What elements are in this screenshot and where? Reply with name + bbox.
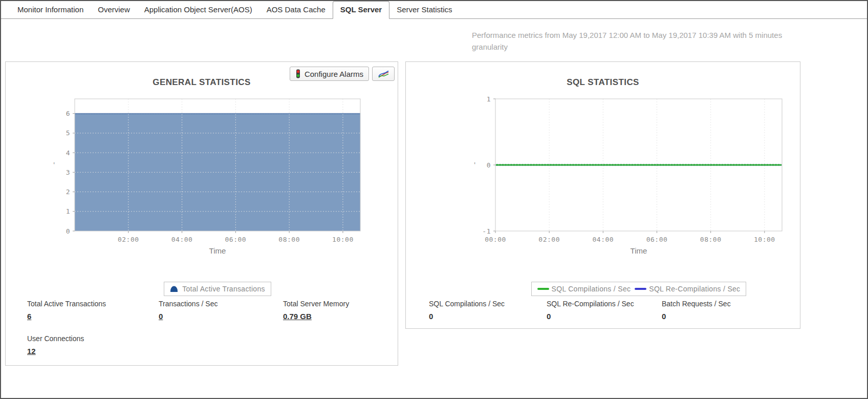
svg-text:04:00: 04:00 xyxy=(593,236,614,243)
legend-label: SQL Compilations / Sec xyxy=(552,285,631,293)
tab-overview[interactable]: Overview xyxy=(91,1,137,18)
area-swatch-icon xyxy=(170,285,178,292)
sql-server-dashboard: Monitor Information Overview Application… xyxy=(0,0,868,399)
svg-text:08:00: 08:00 xyxy=(278,236,300,243)
svg-text:02:00: 02:00 xyxy=(118,236,139,243)
legend-entry-sql-recompilations: SQL Re-Compilations / Sec xyxy=(635,285,740,293)
svg-text:3: 3 xyxy=(66,169,70,176)
stat-value-link[interactable]: 6 xyxy=(27,312,31,321)
stat-label: SQL Re-Compilations / Sec xyxy=(547,300,662,308)
stat-value-link[interactable]: 0.79 GB xyxy=(283,312,312,321)
sql-statistics-values: SQL Compilations / Sec 0 SQL Re-Compilat… xyxy=(429,300,790,321)
svg-text:02:00: 02:00 xyxy=(538,236,560,243)
stat-label: Batch Requests / Sec xyxy=(662,300,790,308)
general-statistics-chart: 012345602:0004:0006:0008:0010:00Time' xyxy=(16,92,384,268)
svg-text:1: 1 xyxy=(66,207,70,215)
stat-value: 0 xyxy=(547,312,551,321)
svg-text:06:00: 06:00 xyxy=(646,236,668,243)
svg-text:00:00: 00:00 xyxy=(485,236,506,243)
svg-text:Time: Time xyxy=(209,246,226,255)
tab-monitor-information[interactable]: Monitor Information xyxy=(10,1,91,18)
green-line-swatch-icon xyxy=(537,288,549,290)
svg-text:08:00: 08:00 xyxy=(700,236,722,243)
svg-text:4: 4 xyxy=(66,149,70,157)
svg-text:-1: -1 xyxy=(482,227,491,235)
stat-label: User Connections xyxy=(27,334,159,343)
general-statistics-panel: Configure Alarms GENERAL STATISTICS 0123… xyxy=(5,61,398,366)
traffic-light-icon xyxy=(295,69,301,78)
stat-value-link[interactable]: 12 xyxy=(27,347,36,355)
stat-sql-recompilations: SQL Re-Compilations / Sec 0 xyxy=(547,300,662,321)
tab-server-statistics[interactable]: Server Statistics xyxy=(389,1,459,18)
stat-total-active-transactions: Total Active Transactions 6 xyxy=(27,300,159,321)
stat-value-link[interactable]: 0 xyxy=(159,312,163,321)
svg-text:10:00: 10:00 xyxy=(332,236,354,243)
legend-label: Total Active Transactions xyxy=(182,285,265,293)
tab-bar: Monitor Information Overview Application… xyxy=(1,1,867,19)
svg-text:5: 5 xyxy=(66,129,70,137)
stat-value: 0 xyxy=(429,312,433,321)
stat-label: Total Active Transactions xyxy=(27,300,159,308)
svg-text:2: 2 xyxy=(66,188,70,196)
tab-sql-server[interactable]: SQL Server xyxy=(333,1,389,19)
svg-text:10:00: 10:00 xyxy=(754,236,775,243)
svg-text:Time: Time xyxy=(631,246,647,255)
sql-statistics-panel: SQL STATISTICS 10-100:0002:0004:0006:000… xyxy=(405,61,800,329)
stat-batch-requests: Batch Requests / Sec 0 xyxy=(662,300,790,321)
svg-text:': ' xyxy=(473,161,477,169)
chart-toolbar: Configure Alarms xyxy=(290,67,395,81)
stat-label: Total Server Memory xyxy=(283,300,387,308)
general-statistics-values: Total Active Transactions 6 Transactions… xyxy=(27,300,387,356)
svg-text:04:00: 04:00 xyxy=(171,236,193,243)
svg-text:6: 6 xyxy=(66,110,70,117)
tab-application-object-server[interactable]: Application Object Server(AOS) xyxy=(137,1,259,18)
line-chart-icon xyxy=(378,70,389,78)
legend-entry-sql-compilations: SQL Compilations / Sec xyxy=(537,285,631,293)
stat-value: 0 xyxy=(662,312,666,321)
stat-total-server-memory: Total Server Memory 0.79 GB xyxy=(283,300,387,321)
stat-transactions-per-sec: Transactions / Sec 0 xyxy=(159,300,283,321)
svg-text:0: 0 xyxy=(487,161,491,169)
configure-alarms-label: Configure Alarms xyxy=(305,70,363,78)
performance-metrics-note: Performance metrics from May 19,2017 12:… xyxy=(472,29,793,53)
sql-statistics-legend: SQL Compilations / Sec SQL Re-Compilatio… xyxy=(531,282,747,296)
stat-sql-compilations: SQL Compilations / Sec 0 xyxy=(429,300,547,321)
svg-text:06:00: 06:00 xyxy=(225,236,247,243)
legend-label: SQL Re-Compilations / Sec xyxy=(649,285,740,293)
stat-label: Transactions / Sec xyxy=(159,300,283,308)
stat-user-connections: User Connections 12 xyxy=(27,334,159,356)
sql-statistics-chart: 10-100:0002:0004:0006:0008:0010:00Time' xyxy=(416,92,795,268)
svg-text:': ' xyxy=(52,161,56,169)
tab-aos-data-cache[interactable]: AOS Data Cache xyxy=(259,1,333,18)
sql-statistics-title: SQL STATISTICS xyxy=(406,77,800,88)
general-statistics-legend: Total Active Transactions xyxy=(164,282,271,296)
configure-alarms-button[interactable]: Configure Alarms xyxy=(290,67,369,81)
stat-label: SQL Compilations / Sec xyxy=(429,300,547,308)
graph-view-button[interactable] xyxy=(372,67,395,81)
svg-text:1: 1 xyxy=(487,95,491,103)
blue-line-swatch-icon xyxy=(635,288,646,290)
svg-text:0: 0 xyxy=(66,227,70,235)
